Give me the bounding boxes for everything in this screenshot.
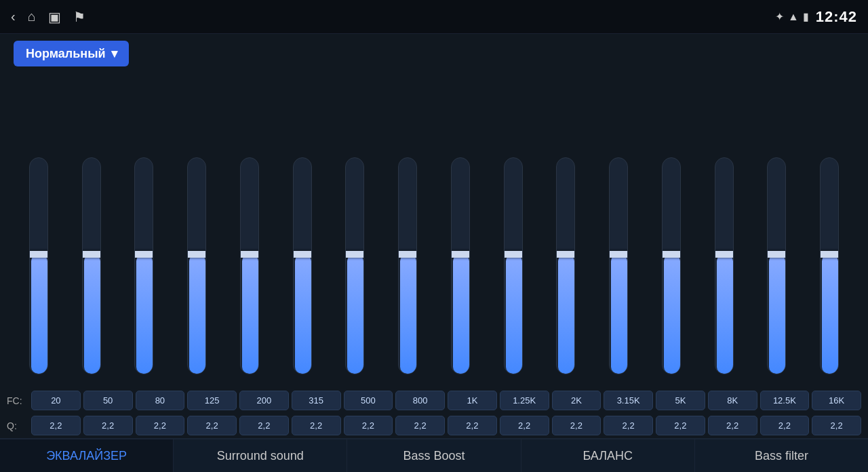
slider-fill-315 bbox=[295, 254, 311, 374]
slider-thumb-2K[interactable] bbox=[556, 251, 575, 258]
q-buttons: 2,22,22,22,22,22,22,22,22,22,22,22,22,22… bbox=[31, 416, 861, 435]
preset-dropdown-icon: ▾ bbox=[111, 46, 117, 61]
slider-thumb-315[interactable] bbox=[293, 251, 312, 258]
slider-thumb-12.5K[interactable] bbox=[767, 251, 786, 258]
q-btn-3.15K[interactable]: 2,2 bbox=[604, 416, 653, 435]
q-btn-500[interactable]: 2,2 bbox=[344, 416, 393, 435]
fc-btn-315[interactable]: 315 bbox=[292, 391, 341, 410]
q-btn-2K[interactable]: 2,2 bbox=[552, 416, 601, 435]
tab-equalizer-label: ЭКВАЛАЙЗЕР bbox=[46, 449, 127, 463]
q-btn-5K[interactable]: 2,2 bbox=[656, 416, 705, 435]
slider-thumb-5K[interactable] bbox=[662, 251, 681, 258]
slider-track-3.15K[interactable] bbox=[609, 157, 628, 374]
q-btn-12.5K[interactable]: 2,2 bbox=[760, 416, 810, 435]
slider-thumb-50[interactable] bbox=[82, 251, 101, 258]
q-btn-800[interactable]: 2,2 bbox=[395, 416, 445, 435]
slider-fill-1K bbox=[453, 254, 469, 374]
slider-thumb-800[interactable] bbox=[398, 251, 417, 258]
slider-wrap-16K bbox=[804, 157, 854, 388]
slider-wrap-12.5K bbox=[752, 157, 802, 388]
slider-track-16K[interactable] bbox=[820, 157, 839, 374]
slider-track-500[interactable] bbox=[345, 157, 364, 374]
fc-btn-1K[interactable]: 1K bbox=[448, 391, 497, 410]
q-btn-20[interactable]: 2,2 bbox=[31, 416, 81, 435]
slider-wrap-1K bbox=[435, 157, 486, 388]
fc-btn-5K[interactable]: 5K bbox=[656, 391, 705, 410]
tab-bass-boost-label: Bass Boost bbox=[403, 449, 465, 463]
flag-icon[interactable]: ⚑ bbox=[73, 9, 85, 25]
slider-wrap-3.15K bbox=[593, 157, 644, 388]
slider-thumb-500[interactable] bbox=[345, 251, 364, 258]
clock: 12:42 bbox=[816, 8, 857, 26]
bottom-tabs: ЭКВАЛАЙЗЕР Surround sound Bass Boost БАЛ… bbox=[0, 438, 868, 472]
slider-thumb-200[interactable] bbox=[240, 251, 259, 258]
fc-btn-125[interactable]: 125 bbox=[187, 391, 237, 410]
slider-track-50[interactable] bbox=[82, 157, 101, 374]
fc-btn-200[interactable]: 200 bbox=[239, 391, 289, 410]
tab-balance[interactable]: БАЛАНС bbox=[521, 439, 695, 472]
tab-equalizer[interactable]: ЭКВАЛАЙЗЕР bbox=[0, 439, 174, 472]
slider-thumb-16K[interactable] bbox=[820, 251, 839, 258]
slider-wrap-50 bbox=[66, 157, 117, 388]
slider-thumb-8K[interactable] bbox=[715, 251, 734, 258]
q-btn-80[interactable]: 2,2 bbox=[136, 416, 185, 435]
slider-fill-50 bbox=[84, 254, 100, 374]
q-btn-1K[interactable]: 2,2 bbox=[448, 416, 497, 435]
window-icon[interactable]: ▣ bbox=[48, 9, 61, 25]
preset-dropdown[interactable]: Нормальный ▾ bbox=[14, 41, 129, 66]
q-btn-125[interactable]: 2,2 bbox=[187, 416, 237, 435]
slider-track-1.25K[interactable] bbox=[504, 157, 523, 374]
back-icon[interactable]: ‹ bbox=[11, 9, 16, 24]
slider-wrap-20 bbox=[14, 157, 64, 388]
nav-icons: ‹ ⌂ ▣ ⚑ bbox=[11, 9, 85, 25]
slider-track-1K[interactable] bbox=[451, 157, 470, 374]
fc-btn-12.5K[interactable]: 12.5K bbox=[760, 391, 810, 410]
fc-btn-500[interactable]: 500 bbox=[344, 391, 393, 410]
slider-track-800[interactable] bbox=[398, 157, 417, 374]
fc-btn-16K[interactable]: 16K bbox=[812, 391, 861, 410]
fc-btn-3.15K[interactable]: 3.15K bbox=[604, 391, 653, 410]
tab-bass-filter-label: Bass filter bbox=[755, 449, 808, 463]
tab-bass-boost[interactable]: Bass Boost bbox=[347, 439, 521, 472]
slider-fill-200 bbox=[242, 254, 258, 374]
slider-thumb-80[interactable] bbox=[134, 251, 153, 258]
preset-label: Нормальный bbox=[26, 47, 106, 61]
battery-icon: ▮ bbox=[803, 10, 809, 23]
q-btn-1.25K[interactable]: 2,2 bbox=[500, 416, 549, 435]
tab-surround[interactable]: Surround sound bbox=[174, 439, 347, 472]
slider-thumb-20[interactable] bbox=[29, 251, 48, 258]
fc-btn-50[interactable]: 50 bbox=[83, 391, 133, 410]
slider-track-20[interactable] bbox=[29, 157, 48, 374]
slider-thumb-3.15K[interactable] bbox=[609, 251, 628, 258]
fc-btn-80[interactable]: 80 bbox=[136, 391, 185, 410]
tab-bass-filter[interactable]: Bass filter bbox=[695, 439, 868, 472]
slider-thumb-1.25K[interactable] bbox=[504, 251, 523, 258]
slider-thumb-1K[interactable] bbox=[451, 251, 470, 258]
slider-track-12.5K[interactable] bbox=[767, 157, 786, 374]
slider-track-8K[interactable] bbox=[715, 157, 734, 374]
q-btn-50[interactable]: 2,2 bbox=[83, 416, 133, 435]
slider-track-2K[interactable] bbox=[556, 157, 575, 374]
main-content: Нормальный ▾ FC: 2050801252003155008001K… bbox=[0, 34, 868, 438]
fc-btn-20[interactable]: 20 bbox=[31, 391, 81, 410]
slider-track-200[interactable] bbox=[240, 157, 259, 374]
fc-btn-2K[interactable]: 2K bbox=[552, 391, 601, 410]
slider-thumb-125[interactable] bbox=[187, 251, 206, 258]
q-btn-315[interactable]: 2,2 bbox=[292, 416, 341, 435]
fc-btn-1.25K[interactable]: 1.25K bbox=[500, 391, 549, 410]
q-btn-16K[interactable]: 2,2 bbox=[812, 416, 861, 435]
slider-track-125[interactable] bbox=[187, 157, 206, 374]
home-icon[interactable]: ⌂ bbox=[28, 9, 36, 24]
slider-wrap-8K bbox=[699, 157, 749, 388]
slider-track-315[interactable] bbox=[293, 157, 312, 374]
slider-fill-20 bbox=[31, 254, 47, 374]
q-btn-8K[interactable]: 2,2 bbox=[708, 416, 757, 435]
slider-wrap-1.25K bbox=[488, 157, 538, 388]
fc-btn-8K[interactable]: 8K bbox=[708, 391, 757, 410]
slider-track-5K[interactable] bbox=[662, 157, 681, 374]
slider-track-80[interactable] bbox=[134, 157, 153, 374]
slider-wrap-200 bbox=[224, 157, 275, 388]
fc-btn-800[interactable]: 800 bbox=[395, 391, 445, 410]
sliders-container bbox=[7, 72, 861, 388]
q-btn-200[interactable]: 2,2 bbox=[239, 416, 289, 435]
